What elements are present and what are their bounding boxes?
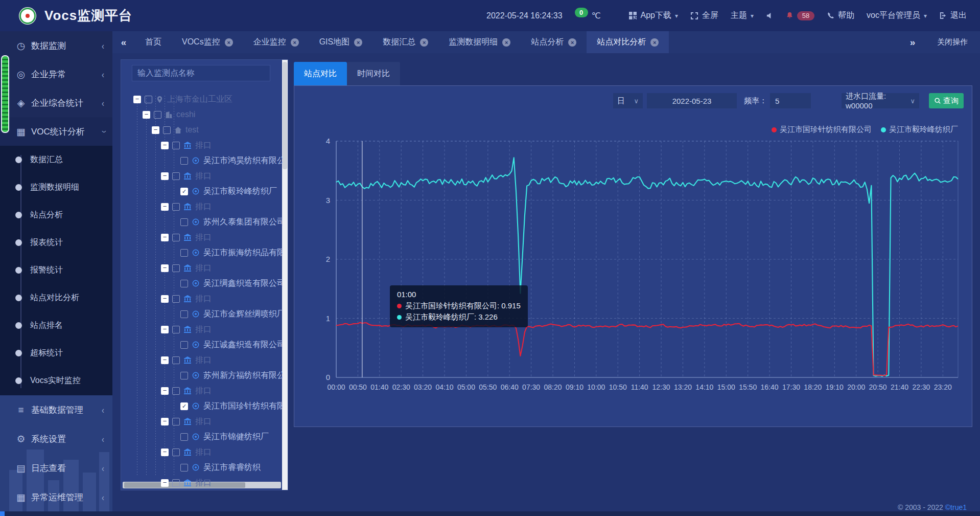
- tree-node[interactable]: 吴江市锦健纺织厂: [121, 429, 283, 444]
- tree-checkbox[interactable]: [145, 96, 152, 103]
- collapse-minus-icon[interactable]: −: [133, 96, 141, 103]
- collapse-minus-icon[interactable]: −: [161, 356, 169, 364]
- tree-node[interactable]: ✓ 吴江市国珍针纺织有限公司: [121, 398, 283, 414]
- tree-node[interactable]: 吴江诚鑫织造有限公司: [121, 337, 283, 352]
- tree-checkbox[interactable]: [154, 111, 161, 119]
- sidebar-item-4[interactable]: ▦ VOC统计分析 ‹: [0, 117, 112, 146]
- sidebar-lower-item-4[interactable]: ▦ 异常运维管理 ‹: [0, 483, 112, 512]
- tree-checkbox[interactable]: [180, 218, 188, 226]
- tree-checkbox[interactable]: [172, 418, 180, 425]
- close-icon[interactable]: ×: [225, 38, 233, 47]
- window-tab-5[interactable]: 数据汇总 ×: [372, 31, 438, 53]
- tree-checkbox[interactable]: [172, 387, 180, 395]
- tree-node[interactable]: − 排口: [121, 475, 283, 490]
- tree-node[interactable]: ✓ 吴江市毅玲峰纺织厂: [121, 184, 283, 199]
- sidebar-subitem-4[interactable]: 报表统计: [0, 229, 112, 256]
- tree-checkbox[interactable]: [180, 433, 188, 441]
- period-select[interactable]: 日 ∨: [613, 93, 643, 108]
- window-tab-7[interactable]: 站点分析 ×: [521, 31, 587, 53]
- tree-node[interactable]: − 上海市金山工业区: [121, 92, 283, 107]
- tree-node[interactable]: 苏州新方福纺织有限公司: [121, 368, 283, 383]
- query-button[interactable]: 查询: [929, 93, 964, 108]
- close-icon[interactable]: ×: [650, 38, 659, 47]
- tree-checkbox[interactable]: [172, 295, 180, 303]
- tree-node[interactable]: − 排口: [121, 230, 283, 245]
- search-input[interactable]: [132, 65, 270, 81]
- collapse-minus-icon[interactable]: −: [161, 203, 169, 211]
- tree-node[interactable]: − test: [121, 122, 283, 138]
- sidebar-lower-item-1[interactable]: ≡ 基础数据管理 ‹: [0, 395, 112, 424]
- help-button[interactable]: 帮助: [827, 10, 854, 21]
- tree-checkbox[interactable]: [172, 479, 180, 487]
- tree-node[interactable]: − 排口: [121, 322, 283, 337]
- close-icon[interactable]: ×: [502, 38, 510, 47]
- collapse-minus-icon[interactable]: −: [161, 448, 169, 456]
- window-tab-6[interactable]: 监测数据明细 ×: [438, 31, 521, 53]
- collapse-minus-icon[interactable]: −: [161, 295, 169, 303]
- collapse-minus-icon[interactable]: −: [161, 172, 169, 180]
- date-input[interactable]: [647, 93, 737, 108]
- tabs-scroll-right-icon[interactable]: »: [901, 37, 924, 48]
- window-tab-4[interactable]: GIS地图 ×: [309, 31, 373, 53]
- legend-item[interactable]: 吴江市国珍针纺织有限公司: [772, 125, 872, 134]
- tree-checkbox[interactable]: ✓: [180, 188, 188, 195]
- tree-checkbox[interactable]: [163, 126, 171, 134]
- tree-checkbox[interactable]: [172, 142, 180, 149]
- app-download-menu[interactable]: App下载 ▾: [628, 10, 679, 21]
- sidebar-item-3[interactable]: ◈ 企业综合统计 ‹: [0, 88, 112, 117]
- close-icon[interactable]: ×: [291, 38, 299, 47]
- tabs-scroll-left-icon[interactable]: «: [112, 37, 135, 48]
- collapse-minus-icon[interactable]: −: [161, 264, 169, 272]
- tree-node[interactable]: − 排口: [121, 138, 283, 153]
- logout-button[interactable]: 退出: [939, 10, 967, 21]
- tree-checkbox[interactable]: [172, 172, 180, 180]
- tree-checkbox[interactable]: [172, 264, 180, 272]
- collapse-minus-icon[interactable]: −: [161, 387, 169, 395]
- tree-node[interactable]: 吴江市鸿昊纺织有限公司: [121, 153, 283, 168]
- tree-node[interactable]: 苏州久泰集团有限公司: [121, 214, 283, 230]
- sidebar-subitem-6[interactable]: 站点对比分析: [0, 284, 112, 311]
- page-horizontal-scrollbar[interactable]: [0, 511, 980, 516]
- tree-checkbox[interactable]: [180, 372, 188, 379]
- close-icon[interactable]: ×: [420, 38, 428, 47]
- frequency-input[interactable]: [770, 93, 811, 108]
- alarm-notifications[interactable]: 58: [786, 11, 814, 20]
- collapse-minus-icon[interactable]: −: [152, 126, 159, 134]
- close-icon[interactable]: ×: [568, 38, 576, 47]
- user-menu[interactable]: voc平台管理员 ▾: [867, 10, 927, 21]
- sidebar-lower-item-2[interactable]: ⚙ 系统设置 ‹: [0, 424, 112, 454]
- tree-node[interactable]: − 排口: [121, 414, 283, 429]
- collapse-minus-icon[interactable]: −: [143, 111, 150, 119]
- scrollbar-thumb[interactable]: [0, 511, 5, 516]
- tree-node[interactable]: − 排口: [121, 291, 283, 306]
- chart-canvas[interactable]: 0123400:0000:5001:4002:3003:2004:1005:00…: [294, 86, 972, 427]
- tree-node[interactable]: − ceshi: [121, 107, 283, 122]
- tree-checkbox[interactable]: [180, 157, 188, 165]
- window-tab-1[interactable]: 首页: [135, 31, 172, 53]
- tree-vertical-scrollbar[interactable]: [282, 60, 288, 490]
- sidebar-subitem-3[interactable]: 站点分析: [0, 201, 112, 229]
- collapse-minus-icon[interactable]: −: [161, 234, 169, 241]
- theme-menu[interactable]: 主题 ▾: [731, 10, 754, 21]
- tree-node[interactable]: 吴江市睿睿纺织: [121, 460, 283, 475]
- collapse-minus-icon[interactable]: −: [161, 142, 169, 149]
- close-operations-button[interactable]: 关闭操作: [937, 37, 968, 47]
- tree-node[interactable]: − 排口: [121, 199, 283, 214]
- tree-node[interactable]: 吴江绸鑫织造有限公司: [121, 276, 283, 291]
- tree-checkbox[interactable]: ✓: [180, 402, 188, 410]
- tree-node[interactable]: − 排口: [121, 383, 283, 398]
- sidebar-item-1[interactable]: ◷ 数据监测 ‹: [0, 31, 112, 60]
- tree-node[interactable]: − 排口: [121, 444, 283, 460]
- tree-checkbox[interactable]: [172, 203, 180, 211]
- sidebar-subitem-9[interactable]: Vocs实时监控: [0, 367, 112, 394]
- sidebar-subitem-7[interactable]: 站点排名: [0, 311, 112, 339]
- tree-node[interactable]: 吴江市振海纺织品有限公司: [121, 245, 283, 260]
- window-tab-3[interactable]: 企业监控 ×: [243, 31, 309, 53]
- window-tab-2[interactable]: VOCs监控 ×: [172, 31, 243, 53]
- tree-checkbox[interactable]: [180, 464, 188, 472]
- tree-node[interactable]: − 排口: [121, 352, 283, 368]
- tree-checkbox[interactable]: [180, 249, 188, 257]
- window-tab-8[interactable]: 站点对比分析 ×: [587, 31, 669, 53]
- sidebar-subitem-2[interactable]: 监测数据明细: [0, 173, 112, 201]
- sidebar-lower-item-3[interactable]: ▤ 日志查看 ‹: [0, 454, 112, 483]
